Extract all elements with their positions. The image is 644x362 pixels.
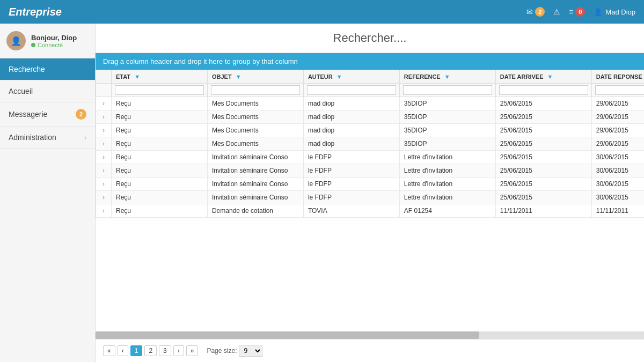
sidebar-user: 👤 Bonjour, Diop Connecté [0,24,95,58]
sidebar-item-recherche[interactable]: Recherche [0,58,95,80]
date-arrivee-cell: 25/06/2015 [495,124,591,137]
horizontal-scrollbar[interactable] [96,331,644,339]
auteur-cell: le FDFP [303,151,399,164]
expand-button[interactable]: › [100,100,107,107]
expand-button[interactable]: › [100,194,107,201]
expand-cell[interactable]: › [96,178,112,191]
objet-cell: Invitation séminaire Conso [207,151,303,164]
etat-cell: Reçu [112,110,208,124]
col-etat[interactable]: ETAT ▼ [112,70,208,84]
expand-button[interactable]: › [100,153,107,161]
date-arrivee-cell: 25/06/2015 [495,164,591,178]
expand-cell[interactable]: › [96,191,112,204]
reference-cell: Lettre d'invitation [399,164,495,178]
table-row[interactable]: › Reçu Invitation séminaire Conso le FDF… [96,191,645,204]
page-2-button[interactable]: 2 [144,345,157,356]
table-row[interactable]: › Reçu Invitation séminaire Conso le FDF… [96,178,645,191]
expand-button[interactable]: › [100,113,107,121]
drag-hint: Drag a column header and drop it here to… [96,53,644,70]
filter-reference-input[interactable] [403,85,492,95]
next-page-button[interactable]: › [173,345,184,356]
filter-objet-input[interactable] [211,85,300,95]
filter-icon[interactable]: ▼ [236,73,241,80]
auteur-cell: le FDFP [303,191,399,204]
table-container[interactable]: ETAT ▼ OBJET ▼ AUTEUR ▼ REFERENCE ▼ DATE… [96,70,644,331]
scrollbar-thumb [96,331,479,339]
page-size-select[interactable]: 9 15 25 50 [239,345,262,357]
col-date-reponse[interactable]: DATE REPONSE ▼ [591,70,644,84]
etat-cell: Reçu [112,124,208,137]
expand-button[interactable]: › [100,207,107,215]
auteur-cell: le FDFP [303,164,399,178]
page-3-button[interactable]: 3 [159,345,171,356]
table-row[interactable]: › Reçu Invitation séminaire Conso le FDF… [96,164,645,178]
etat-cell: Reçu [112,137,208,151]
expand-cell[interactable]: › [96,204,112,218]
last-page-button[interactable]: » [186,345,199,356]
column-header-row: ETAT ▼ OBJET ▼ AUTEUR ▼ REFERENCE ▼ DATE… [96,70,645,84]
col-objet[interactable]: OBJET ▼ [207,70,303,84]
user-menu[interactable]: 👤 Mad Diop [594,8,635,16]
data-table: ETAT ▼ OBJET ▼ AUTEUR ▼ REFERENCE ▼ DATE… [96,70,644,218]
filter-icon[interactable]: ▼ [336,73,342,80]
table-row[interactable]: › Reçu Invitation séminaire Conso le FDF… [96,151,645,164]
filter-auteur: ▼ [303,84,399,97]
pagination-bar: « ‹ 1 2 3 › » Page size: 9 15 25 50 [96,339,644,362]
auteur-cell: le FDFP [303,178,399,191]
sidebar-item-label: Accueil [9,87,33,95]
page-1-button[interactable]: 1 [130,345,143,356]
sidebar: 👤 Bonjour, Diop Connecté Recherche Accue… [0,24,96,362]
date-reponse-cell: 29/06/2015 [591,124,644,137]
objet-cell: Demande de cotation [207,204,303,218]
expand-cell[interactable]: › [96,97,112,110]
reference-cell: Lettre d'invitation [399,151,495,164]
table-row[interactable]: › Reçu Demande de cotation TOVIA AF 0125… [96,204,645,218]
expand-button[interactable]: › [100,167,107,174]
expand-cell[interactable]: › [96,137,112,151]
filter-date-reponse-input[interactable] [595,85,644,95]
notifications-nav[interactable]: ≡ 0 [569,7,585,17]
sidebar-item-administration[interactable]: Administration ‹ [0,127,95,149]
avatar: 👤 [6,31,26,50]
expand-cell[interactable]: › [96,110,112,124]
sidebar-item-accueil[interactable]: Accueil [0,80,95,102]
date-arrivee-cell: 25/06/2015 [495,137,591,151]
expand-button[interactable]: › [100,127,107,134]
sidebar-item-messagerie[interactable]: Messagerie 2 [0,102,95,127]
filter-auteur-input[interactable] [307,85,396,95]
auteur-cell: mad diop [303,97,399,110]
expand-cell[interactable]: › [96,124,112,137]
filter-icon[interactable]: ▼ [134,73,140,80]
alert-nav[interactable]: ⚠ [553,8,560,16]
filter-date-arrivee-input[interactable] [499,85,588,95]
table-row[interactable]: › Reçu Mes Documents mad diop 35DIOP 25/… [96,137,645,151]
expand-cell[interactable]: › [96,151,112,164]
main-content: Rechercher.... Drag a column header and … [96,24,644,362]
table-row[interactable]: › Reçu Mes Documents mad diop 35DIOP 25/… [96,97,645,110]
filter-icon[interactable]: ▼ [547,73,553,80]
table-row[interactable]: › Reçu Mes Documents mad diop 35DIOP 25/… [96,124,645,137]
date-reponse-cell: 29/06/2015 [591,137,644,151]
prev-page-button[interactable]: ‹ [118,345,128,356]
col-date-arrivee[interactable]: DATE ARRIVEE ▼ [495,70,591,84]
col-reference[interactable]: REFERENCE ▼ [399,70,495,84]
first-page-button[interactable]: « [103,345,115,356]
expand-button[interactable]: › [100,180,107,188]
table-row[interactable]: › Reçu Mes Documents mad diop 35DIOP 25/… [96,110,645,124]
status-label: Connecté [38,42,63,48]
messages-nav[interactable]: ✉ 2 [526,7,545,17]
expand-cell[interactable]: › [96,164,112,178]
objet-cell: Invitation séminaire Conso [207,164,303,178]
reference-cell: 35DIOP [399,110,495,124]
navbar-right: ✉ 2 ⚠ ≡ 0 👤 Mad Diop [526,7,635,17]
filter-etat-input[interactable] [115,85,204,95]
page-title-bar: Rechercher.... [96,24,644,53]
auteur-cell: mad diop [303,110,399,124]
alert-icon: ⚠ [553,8,560,16]
date-arrivee-cell: 25/06/2015 [495,178,591,191]
table-body: › Reçu Mes Documents mad diop 35DIOP 25/… [96,97,645,218]
col-auteur[interactable]: AUTEUR ▼ [303,70,399,84]
date-reponse-cell: 30/06/2015 [591,151,644,164]
filter-icon[interactable]: ▼ [444,73,450,80]
expand-button[interactable]: › [100,140,107,147]
